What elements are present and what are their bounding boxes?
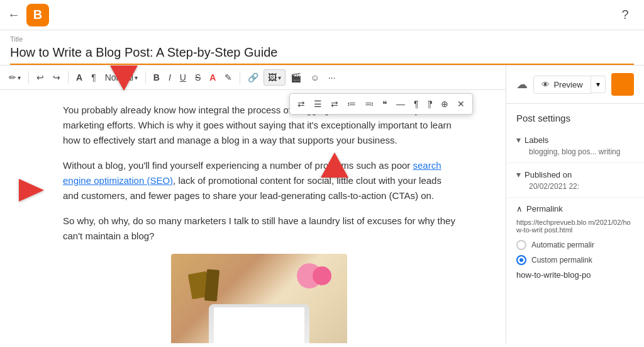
redo-button[interactable]: ↪: [49, 70, 64, 85]
ft-clear-button[interactable]: ✕: [453, 96, 469, 111]
help-button[interactable]: ?: [614, 4, 636, 26]
custom-permalink-option[interactable]: Custom permalink: [516, 255, 634, 265]
published-title: Published on: [525, 170, 572, 179]
edit-pencil-button[interactable]: ✏ ▾: [5, 70, 25, 85]
ft-ordered-list-button[interactable]: ≕: [361, 96, 377, 111]
labels-expand-icon[interactable]: ▾: [516, 135, 521, 145]
divider-4: [240, 71, 240, 84]
labels-title: Labels: [525, 135, 548, 145]
content-image: [171, 254, 347, 343]
undo-button[interactable]: ↩: [33, 70, 48, 85]
arrow-annotation-up: [321, 152, 348, 178]
auto-permalink-radio[interactable]: [516, 240, 526, 250]
paragraph-2: Without a blog, you'll find yourself exp…: [63, 158, 455, 203]
preview-button[interactable]: 👁 Preview: [533, 76, 591, 94]
right-sidebar: ☁ 👁 Preview ▾ Post settings ▾ Labels blo…: [506, 65, 644, 343]
emoji-button[interactable]: ☺: [306, 70, 323, 85]
auto-permalink-label: Automatic permalir: [531, 241, 594, 249]
custom-permalink-label: Custom permalink: [531, 256, 592, 265]
ft-rtl-button[interactable]: ¶: [424, 96, 436, 111]
sidebar-header: ☁ 👁 Preview ▾: [506, 65, 644, 104]
video-button[interactable]: 🎬: [287, 70, 305, 85]
strikethrough-button[interactable]: S: [191, 70, 204, 85]
paragraph-format-button[interactable]: ¶: [87, 70, 100, 85]
divider-1: [28, 71, 29, 84]
divider-3: [145, 71, 146, 84]
published-section: ▾ Published on 20/02/2021 22:: [506, 163, 644, 198]
permalink-title-label: Permalink: [526, 204, 563, 213]
back-button[interactable]: ←: [8, 8, 20, 22]
preview-label: Preview: [553, 80, 582, 89]
labels-value: blogging, blog pos... writing: [516, 147, 634, 156]
preview-eye-icon: 👁: [541, 80, 550, 89]
arrow-annotation-down: [110, 65, 138, 91]
ft-quote-button[interactable]: ❝: [379, 96, 391, 111]
bold-button[interactable]: B: [150, 70, 164, 85]
editor-area: ✏ ▾ ↩ ↪ A ¶ Normal ▾ B I U S A ✎ 🔗: [0, 65, 506, 343]
published-expand-icon[interactable]: ▾: [516, 169, 521, 179]
custom-permalink-radio[interactable]: [516, 255, 526, 265]
ft-ltr-button[interactable]: ¶: [410, 96, 423, 111]
link-button[interactable]: 🔗: [244, 70, 262, 85]
arrow-annotation-right: [19, 179, 44, 202]
content-area[interactable]: You probably already know how integral t…: [0, 90, 506, 343]
ft-align-right-button[interactable]: ⇄: [327, 96, 342, 111]
more-button[interactable]: ···: [325, 70, 340, 85]
paragraph-3: So why, oh why, do so many marketers I t…: [63, 213, 455, 244]
preview-caret-button[interactable]: ▾: [591, 76, 606, 93]
permalink-collapse-icon[interactable]: ∧: [516, 204, 523, 213]
title-label: Title: [10, 35, 634, 43]
image-button[interactable]: 🖼 ▾: [264, 69, 286, 86]
floating-toolbar: ⇄ ☰ ⇄ ≔ ≕ ❝ — ¶ ¶ ⊕ ✕: [289, 93, 473, 115]
laptop-image: [209, 304, 309, 343]
divider-2: [68, 71, 69, 84]
labels-section: ▾ Labels blogging, blog pos... writing: [506, 128, 644, 163]
title-input[interactable]: [10, 43, 634, 65]
italic-button[interactable]: I: [165, 70, 175, 85]
permalink-slug: how-to-write-blog-po: [516, 270, 634, 280]
post-settings-title: Post settings: [506, 104, 644, 128]
ft-hr-button[interactable]: —: [392, 96, 409, 111]
ft-bullet-list-button[interactable]: ≔: [343, 96, 360, 111]
publish-button[interactable]: [611, 73, 634, 96]
cloud-save-icon: ☁: [516, 77, 528, 91]
underline-button[interactable]: U: [176, 70, 190, 85]
permalink-url: https://techprevueb.blo m/2021/02/how-to…: [516, 219, 634, 234]
blogger-logo: B: [26, 4, 49, 26]
title-area: Title: [0, 30, 644, 65]
top-bar: ← B ?: [0, 0, 644, 30]
laptop-screen: [214, 307, 304, 343]
content-text: You probably already know how integral t…: [63, 103, 455, 244]
auto-permalink-option[interactable]: Automatic permalir: [516, 240, 634, 250]
text-format-button[interactable]: A: [72, 70, 86, 85]
published-value: 20/02/2021 22:: [516, 182, 634, 191]
edit-caret: ▾: [18, 74, 21, 81]
toolbar: ✏ ▾ ↩ ↪ A ¶ Normal ▾ B I U S A ✎ 🔗: [0, 65, 506, 90]
ft-align-center-button[interactable]: ☰: [310, 96, 326, 111]
image-caret: ▾: [278, 74, 281, 81]
permalink-section: ∧ Permalink https://techprevueb.blo m/20…: [506, 198, 644, 286]
highlight-button[interactable]: ✎: [221, 70, 236, 85]
ft-special-button[interactable]: ⊕: [437, 96, 452, 111]
ft-align-left-button[interactable]: ⇄: [294, 96, 309, 111]
font-color-button[interactable]: A: [206, 70, 219, 85]
